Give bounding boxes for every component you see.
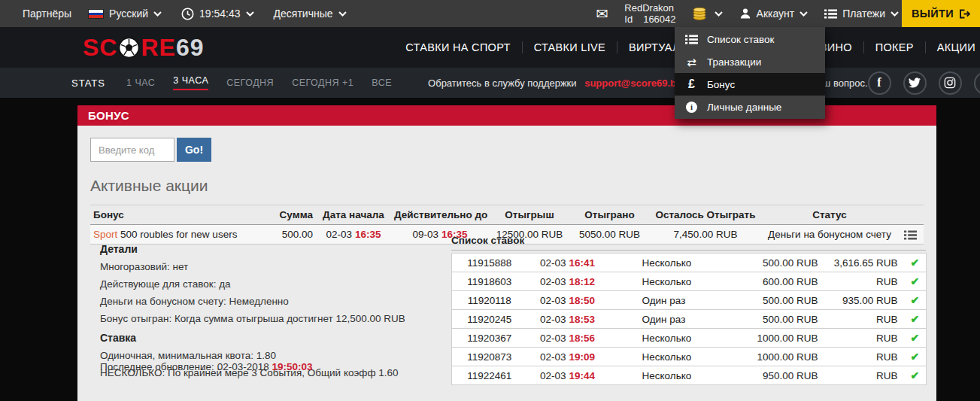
won-check-icon: ✔ bbox=[904, 310, 927, 329]
time-selector[interactable]: 19:54:43 bbox=[181, 8, 254, 20]
menu-item-personal-data[interactable]: i Личные данные bbox=[675, 96, 825, 118]
user-id: 166042 bbox=[643, 14, 675, 25]
nav-live-betting[interactable]: СТАВКИ LIVE bbox=[534, 41, 605, 53]
bet-row: 11915888 02-03 16:41 Несколько 500.00 RU… bbox=[452, 254, 927, 272]
partners-link[interactable]: Партнёры bbox=[23, 8, 71, 20]
start-time: 16:35 bbox=[355, 229, 381, 240]
bet-row: 11922461 02-03 19:44 Несколько 950.00 RU… bbox=[452, 366, 927, 385]
payments-menu-button[interactable]: Платежи bbox=[824, 8, 899, 20]
site-logo[interactable]: SC RE 69 bbox=[83, 34, 205, 62]
menu-item-label: Бонус bbox=[707, 79, 735, 90]
stake-title: Ставка bbox=[100, 330, 446, 347]
bet-type: Несколько bbox=[608, 254, 733, 272]
menu-item-bonus[interactable]: £ Бонус bbox=[675, 73, 825, 96]
menu-item-transactions[interactable]: ⇄ Транзакции bbox=[675, 50, 825, 73]
last-update-label: Последнее обновление: bbox=[100, 361, 214, 372]
bet-result: RUB bbox=[824, 366, 904, 385]
filter-3-hours[interactable]: 3 ЧАСА bbox=[173, 75, 208, 90]
messages-icon[interactable]: ✉ bbox=[596, 7, 608, 21]
bet-stake: 600.00 RUB bbox=[733, 272, 824, 291]
detail-line: Деньги на бонусном счету: Немедленно bbox=[100, 293, 446, 310]
bet-stake: 500.00 RUB bbox=[733, 310, 824, 329]
logout-label: ВЫЙТИ bbox=[912, 8, 954, 20]
account-label: Аккаунт bbox=[757, 8, 795, 20]
logo-text-re: RE bbox=[141, 34, 175, 62]
logo-text-sc: SC bbox=[83, 34, 117, 62]
rss-link[interactable] bbox=[974, 71, 980, 95]
bonus-category: Sport bbox=[93, 229, 117, 240]
go-button[interactable]: Go! bbox=[177, 138, 211, 162]
bet-stake: 1000.00 RUB bbox=[733, 329, 824, 348]
account-menu-button[interactable]: Аккаунт bbox=[739, 8, 809, 20]
filter-today-plus-1[interactable]: СЕГОДНЯ +1 bbox=[292, 77, 353, 88]
bets-panel: Список ставок 11915888 02-03 16:41 Неско… bbox=[451, 235, 926, 385]
instagram-icon bbox=[944, 77, 956, 89]
chevron-down-icon bbox=[715, 11, 723, 17]
user-info: RedDrakon Id 166042 bbox=[624, 2, 675, 25]
facebook-link[interactable]: f bbox=[868, 71, 891, 95]
won-check-icon: ✔ bbox=[904, 272, 927, 291]
bet-type: Несколько bbox=[608, 329, 733, 348]
soccer-ball-icon bbox=[118, 37, 140, 59]
bonus-table-header: Бонус Сумма Дата начала Действительно до… bbox=[90, 205, 924, 225]
nav-sports-betting[interactable]: СТАВКИ НА СПОРТ bbox=[405, 41, 510, 53]
main-nav: SC RE 69 СТАВКИ НА СПОРТ СТАВКИ LIVE ВИР… bbox=[0, 27, 980, 68]
bet-id: 11915888 bbox=[452, 254, 527, 272]
clock-icon bbox=[181, 8, 194, 20]
language-selector[interactable]: Русский bbox=[88, 8, 162, 20]
stats-link[interactable]: STATS bbox=[71, 77, 105, 89]
current-time: 19:54:43 bbox=[199, 8, 241, 20]
balance-selector[interactable] bbox=[693, 8, 723, 20]
twitter-link[interactable] bbox=[903, 71, 927, 95]
instagram-link[interactable] bbox=[939, 71, 962, 95]
details-title: Детали bbox=[100, 241, 446, 258]
bonus-page: БОНУС Go! Активные акции Бонус Сумма Дат… bbox=[77, 105, 936, 401]
bet-id: 11920873 bbox=[452, 348, 527, 366]
user-id-label: Id bbox=[624, 14, 633, 25]
logout-icon bbox=[959, 9, 970, 19]
bonus-name: 500 roubles for new users bbox=[120, 229, 237, 240]
menu-item-label: Список ставок bbox=[707, 34, 774, 45]
chevron-down-icon bbox=[799, 11, 808, 17]
sub-nav: STATS 1 ЧАС 3 ЧАСА СЕГОДНЯ СЕГОДНЯ +1 ВС… bbox=[0, 68, 980, 98]
col-wager: Отыгрыш bbox=[489, 205, 570, 225]
bet-row: 11920873 02-03 19:09 Несколько 1000.00 R… bbox=[452, 348, 927, 366]
menu-item-bet-list[interactable]: Список ставок bbox=[675, 28, 825, 50]
bet-type: Несколько bbox=[608, 272, 733, 291]
payments-label: Платежи bbox=[842, 8, 885, 20]
nav-promotions[interactable]: АКЦИИ bbox=[937, 41, 975, 53]
language-label: Русский bbox=[109, 8, 148, 20]
bonus-code-input[interactable] bbox=[90, 138, 174, 162]
partners-label: Партнёры bbox=[23, 8, 71, 20]
nav-poker[interactable]: ПОКЕР bbox=[875, 41, 914, 53]
nav-divider bbox=[617, 41, 617, 53]
filter-1-hour[interactable]: 1 ЧАС bbox=[126, 77, 155, 88]
coins-icon bbox=[693, 8, 709, 20]
twitter-icon bbox=[909, 77, 921, 88]
filter-today[interactable]: СЕГОДНЯ bbox=[226, 77, 274, 88]
chevron-down-icon bbox=[246, 11, 254, 17]
support-email-link[interactable]: support@score69.bet bbox=[584, 77, 684, 89]
odds-format-label: Десятичные bbox=[274, 8, 333, 20]
odds-format-selector[interactable]: Десятичные bbox=[274, 8, 347, 20]
menu-item-label: Транзакции bbox=[707, 56, 761, 68]
bets-title: Список ставок bbox=[451, 235, 926, 251]
start-date: 02-03 bbox=[326, 229, 353, 240]
russia-flag-icon bbox=[88, 9, 104, 19]
logout-button[interactable]: ВЫЙТИ bbox=[902, 0, 980, 27]
bet-result: 3,616.65 RUB bbox=[824, 254, 904, 272]
bet-stake: 1000.00 RUB bbox=[733, 348, 824, 366]
top-bar-right: ✉ RedDrakon Id 166042 Аккаунт Платежи bbox=[596, 2, 899, 25]
active-promos-title: Активные акции bbox=[90, 177, 936, 195]
nav-divider bbox=[925, 41, 926, 53]
bet-id: 11922461 bbox=[452, 366, 527, 385]
bet-id: 11920118 bbox=[452, 291, 527, 310]
won-check-icon: ✔ bbox=[904, 291, 927, 310]
bet-stake: 500.00 RUB bbox=[733, 291, 824, 310]
col-bonus: Бонус bbox=[90, 205, 263, 225]
bet-row: 11920118 02-03 18:50 Один раз 500.00 RUB… bbox=[452, 291, 927, 310]
top-bar: Партнёры Русский 19:54:43 Десятичные ✉ R… bbox=[0, 0, 980, 27]
support-prefix: Обратитесь в службу поддержки bbox=[428, 77, 577, 89]
filter-all[interactable]: ВСЕ bbox=[372, 77, 392, 88]
bet-stake: 500.00 RUB bbox=[733, 254, 824, 272]
